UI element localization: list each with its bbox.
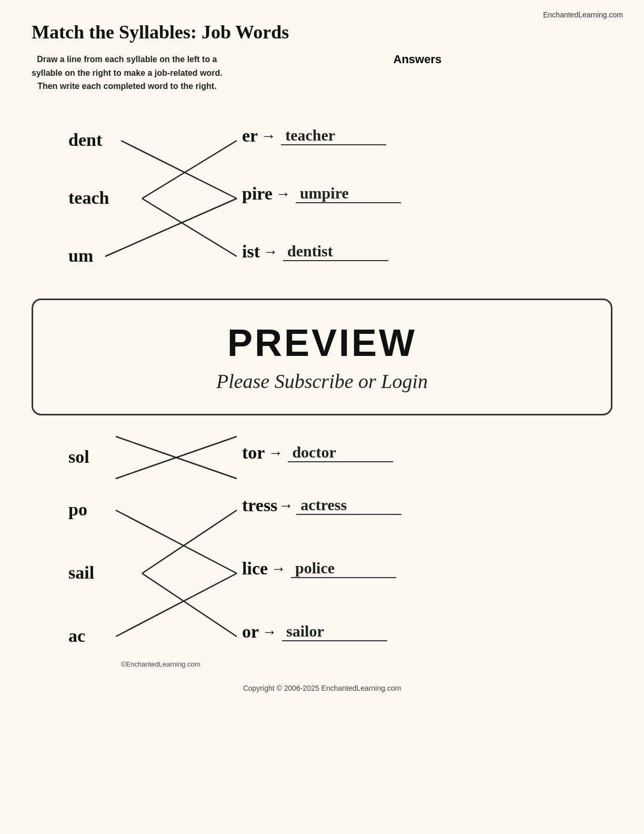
answers-label: Answers — [223, 53, 612, 66]
svg-line-1 — [142, 141, 237, 198]
right-syllable-lice: lice — [242, 559, 268, 579]
left-syllable-ac: ac — [68, 626, 85, 646]
left-syllable-po: po — [68, 500, 87, 520]
right-entry-ist: ist → dentist — [242, 242, 388, 262]
answers-col: Answers — [223, 53, 612, 66]
group2: sol tor → doctor — [32, 426, 612, 494]
right-entry-pire: pire → umpire — [242, 184, 401, 204]
arrow-tress: → — [278, 497, 293, 514]
page-title: Match the Syllables: Job Words — [32, 21, 612, 43]
right-entry-lice: lice → police — [242, 559, 396, 579]
svg-line-6 — [116, 510, 237, 573]
arrow-pire: → — [276, 185, 290, 202]
right-entry-tor: tor → doctor — [242, 443, 393, 463]
arrow-er: → — [261, 127, 276, 144]
svg-line-3 — [142, 198, 237, 256]
preview-subtitle: Please Subscribe or Login — [65, 370, 579, 393]
preview-box: PREVIEW Please Subscribe or Login — [32, 299, 612, 415]
arrow-tor: → — [268, 444, 283, 461]
answer-doctor: doctor — [288, 443, 393, 462]
instructions: Draw a line from each syllable on the le… — [32, 53, 223, 93]
page: EnchantedLearning.com Match the Syllable… — [0, 0, 644, 834]
svg-line-5 — [116, 436, 237, 479]
svg-line-7 — [142, 510, 237, 573]
top-section: Draw a line from each syllable on the le… — [32, 53, 612, 109]
instructions-col: Draw a line from each syllable on the le… — [32, 53, 223, 109]
right-syllable-tress: tress — [242, 495, 277, 515]
left-syllable-teach: teach — [68, 188, 109, 208]
svg-line-4 — [116, 436, 237, 479]
right-entry-er: er → teacher — [242, 126, 386, 146]
right-entry-tress: tress → actress — [242, 495, 401, 515]
right-syllable-or: or — [242, 622, 259, 642]
arrow-lice: → — [271, 560, 286, 577]
svg-line-9 — [116, 573, 237, 637]
answer-dentist: dentist — [283, 242, 388, 261]
group1: dent teach um er → teacher pire → umpire… — [32, 114, 612, 288]
svg-line-2 — [105, 198, 237, 256]
svg-line-8 — [142, 573, 237, 637]
group3: po sail ac tress → actress lice → police… — [32, 494, 612, 673]
answer-umpire: umpire — [296, 184, 401, 203]
answer-actress: actress — [296, 496, 401, 515]
answer-teacher: teacher — [281, 126, 386, 145]
left-syllable-sol: sol — [68, 447, 89, 467]
right-entry-or: or → sailor — [242, 622, 387, 642]
left-syllable-sail: sail — [68, 563, 94, 583]
svg-line-0 — [121, 141, 237, 198]
left-syllable-um: um — [68, 246, 93, 266]
right-syllable-er: er — [242, 126, 258, 146]
crossing-lines-svg-3 — [32, 494, 305, 673]
right-syllable-tor: tor — [242, 443, 265, 463]
arrow-ist: → — [263, 243, 278, 260]
footer-copyright: Copyright © 2006-2025 EnchantedLearning.… — [32, 684, 612, 692]
copyright-small: ©EnchantedLearning.com — [121, 660, 200, 668]
site-url: EnchantedLearning.com — [543, 11, 623, 19]
arrow-or: → — [262, 623, 277, 640]
answer-police: police — [291, 559, 396, 578]
left-syllable-dent: dent — [68, 130, 102, 150]
right-syllable-pire: pire — [242, 184, 273, 204]
answer-sailor: sailor — [282, 622, 387, 641]
preview-title: PREVIEW — [65, 321, 579, 364]
right-syllable-ist: ist — [242, 242, 260, 262]
